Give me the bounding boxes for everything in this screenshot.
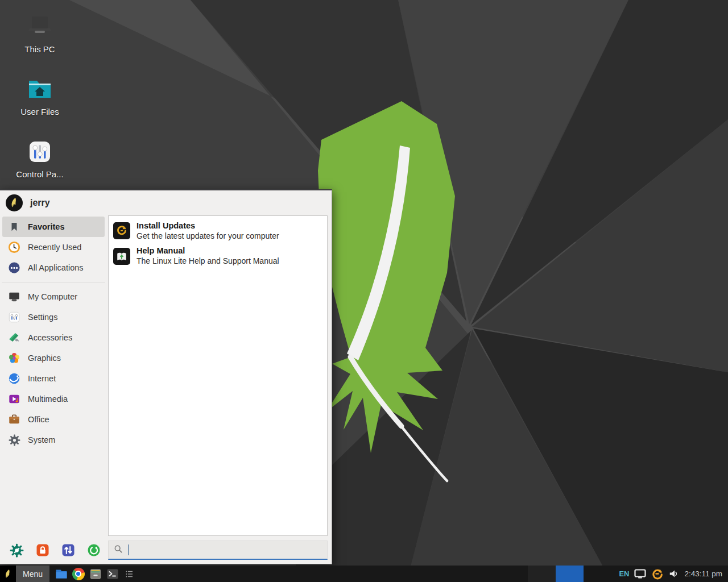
workspace-2-active[interactable] bbox=[556, 566, 584, 582]
sidebar-item-multimedia[interactable]: Multimedia bbox=[0, 389, 107, 409]
sidebar-item-recently-used[interactable]: Recently Used bbox=[0, 237, 107, 257]
sidebar-item-my-computer[interactable]: My Computer bbox=[0, 286, 107, 307]
menu-button-label: Menu bbox=[16, 566, 49, 582]
internet-globe-icon bbox=[8, 372, 20, 385]
app-subtitle: Get the latest updates for your computer bbox=[136, 231, 279, 242]
display-icon[interactable] bbox=[634, 569, 646, 579]
sidebar-item-label: Graphics bbox=[28, 354, 61, 363]
sidebar-item-label: Internet bbox=[28, 374, 56, 383]
file-manager-launcher[interactable] bbox=[54, 567, 68, 581]
home-folder-icon bbox=[14, 75, 66, 103]
taskbar: Menu bbox=[0, 566, 728, 582]
switch-user-button[interactable] bbox=[61, 543, 75, 558]
computer-icon bbox=[14, 13, 66, 41]
help-manual-icon bbox=[113, 248, 130, 265]
clock-icon bbox=[8, 241, 20, 253]
desktop-icon-this-pc[interactable]: This PC bbox=[14, 13, 66, 54]
multimedia-icon bbox=[8, 393, 20, 405]
menu-action-bar bbox=[0, 537, 107, 564]
sidebar-item-label: My Computer bbox=[28, 292, 77, 301]
monitor-icon bbox=[8, 290, 20, 303]
app-title: Install Updates bbox=[136, 221, 279, 231]
menu-app-list: Install Updates Get the latest updates f… bbox=[108, 215, 328, 536]
terminal-icon bbox=[106, 567, 119, 581]
app-item-help-manual[interactable]: Help Manual The Linux Lite Help and Supp… bbox=[109, 243, 327, 268]
archive-manager-icon bbox=[89, 567, 102, 581]
update-notifier-icon[interactable] bbox=[651, 568, 663, 580]
menu-sidebar: Favorites Recently Used bbox=[0, 215, 107, 537]
sidebar-item-label: Office bbox=[28, 415, 49, 424]
directory-menu-icon[interactable] bbox=[125, 567, 134, 581]
menu-button[interactable]: Menu bbox=[0, 566, 49, 582]
lock-screen-button[interactable] bbox=[35, 543, 49, 558]
menu-header: jerry bbox=[0, 190, 332, 215]
workspace-pager bbox=[528, 566, 584, 582]
install-updates-icon bbox=[113, 222, 130, 239]
desktop-icon-label: This PC bbox=[14, 44, 66, 54]
sidebar-item-all-applications[interactable]: All Applications bbox=[0, 257, 107, 278]
linux-lite-feather-icon bbox=[0, 566, 16, 582]
settings-sliders-icon bbox=[8, 311, 20, 323]
sidebar-item-label: System bbox=[28, 435, 55, 444]
bookmark-icon bbox=[8, 221, 20, 233]
sidebar-item-label: Accessories bbox=[28, 333, 72, 342]
text-caret bbox=[128, 544, 129, 555]
sidebar-item-internet[interactable]: Internet bbox=[0, 368, 107, 389]
system-tray: EN 2:43:11 pm bbox=[619, 568, 728, 580]
settings-manager-button[interactable] bbox=[10, 543, 24, 558]
file-manager-icon bbox=[55, 567, 68, 581]
sidebar-item-graphics[interactable]: Graphics bbox=[0, 348, 107, 368]
desktop-icon-label: User Files bbox=[14, 107, 66, 117]
volume-icon[interactable] bbox=[668, 568, 679, 579]
sidebar-item-favorites[interactable]: Favorites bbox=[2, 217, 105, 237]
chrome-icon bbox=[72, 568, 85, 580]
sidebar-item-label: Multimedia bbox=[28, 394, 68, 404]
sidebar-item-settings[interactable]: Settings bbox=[0, 307, 107, 327]
sidebar-item-label: All Applications bbox=[28, 263, 84, 272]
clock[interactable]: 2:43:11 pm bbox=[684, 569, 722, 578]
desktop-icon-control-panel[interactable]: Control Pa... bbox=[14, 138, 66, 179]
sidebar-item-label: Favorites bbox=[28, 222, 64, 231]
sidebar-item-system[interactable]: System bbox=[0, 430, 107, 450]
desktop: This PC User Files Control Pa.. bbox=[0, 0, 728, 582]
app-subtitle: The Linux Lite Help and Support Manual bbox=[136, 256, 279, 267]
search-icon bbox=[114, 544, 123, 556]
accessories-icon bbox=[8, 331, 20, 344]
sidebar-item-label: Recently Used bbox=[28, 243, 81, 252]
sidebar-item-label: Settings bbox=[28, 313, 57, 322]
all-apps-icon bbox=[8, 261, 20, 274]
desktop-icon-label: Control Pa... bbox=[14, 169, 66, 179]
system-gear-icon bbox=[8, 434, 20, 446]
chrome-launcher[interactable] bbox=[71, 567, 85, 581]
app-title: Help Manual bbox=[136, 246, 279, 256]
control-panel-icon bbox=[14, 138, 66, 166]
sidebar-item-accessories[interactable]: Accessories bbox=[0, 327, 107, 348]
user-avatar[interactable] bbox=[6, 194, 23, 211]
sidebar-divider bbox=[2, 282, 105, 282]
sidebar-item-office[interactable]: Office bbox=[0, 409, 107, 430]
desktop-icon-user-files[interactable]: User Files bbox=[14, 75, 66, 117]
terminal-launcher[interactable] bbox=[105, 567, 119, 581]
app-item-install-updates[interactable]: Install Updates Get the latest updates f… bbox=[109, 218, 327, 243]
archive-manager-launcher[interactable] bbox=[88, 567, 102, 581]
logout-button[interactable] bbox=[86, 543, 101, 558]
whisker-menu: jerry Favorites Recently Used bbox=[0, 189, 332, 564]
language-indicator[interactable]: EN bbox=[619, 569, 629, 578]
username: jerry bbox=[30, 198, 50, 208]
menu-search-input[interactable] bbox=[108, 541, 328, 560]
briefcase-icon bbox=[8, 413, 20, 426]
graphics-icon bbox=[8, 352, 20, 364]
workspace-1[interactable] bbox=[528, 566, 556, 582]
